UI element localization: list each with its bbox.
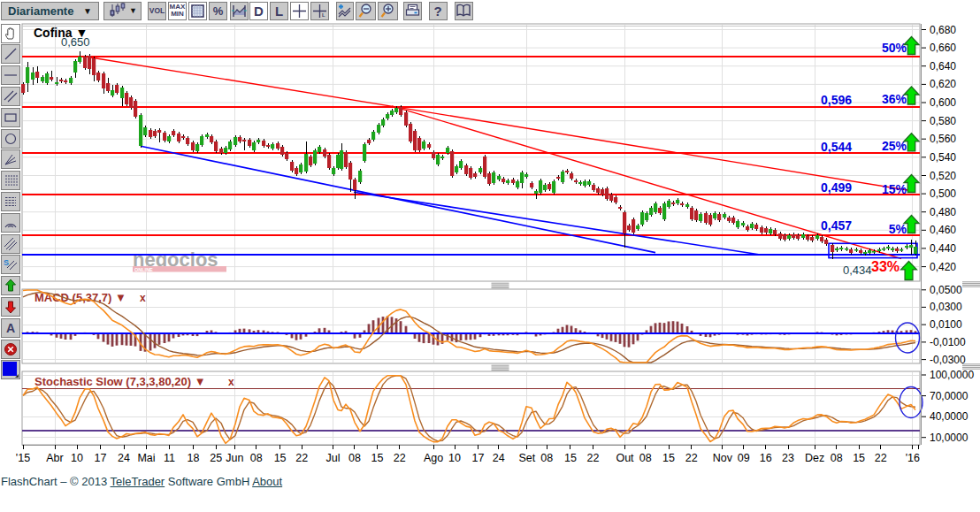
svg-text:0,500: 0,500 <box>930 187 956 200</box>
svg-text:25: 25 <box>210 452 222 464</box>
svg-text:08: 08 <box>831 452 843 464</box>
svg-text:0,680: 0,680 <box>930 24 956 36</box>
svg-text:09: 09 <box>738 452 750 464</box>
svg-text:x: x <box>228 376 234 388</box>
svg-text:33%: 33% <box>871 259 900 274</box>
svg-text:ONLINE: ONLINE <box>134 267 153 272</box>
svg-text:10: 10 <box>71 452 83 464</box>
svg-text:Jul: Jul <box>326 452 341 464</box>
svg-text:Abr: Abr <box>46 452 63 464</box>
svg-text:15: 15 <box>662 452 675 464</box>
svg-text:24: 24 <box>493 452 505 464</box>
svg-text:24: 24 <box>118 452 130 464</box>
svg-text:0,620: 0,620 <box>930 78 956 90</box>
svg-text:17: 17 <box>472 452 485 464</box>
svg-text:08: 08 <box>540 452 553 464</box>
svg-text:0,457: 0,457 <box>821 218 852 233</box>
svg-text:Out: Out <box>616 452 634 464</box>
svg-text:0,499: 0,499 <box>821 180 852 195</box>
svg-text:15: 15 <box>564 452 577 464</box>
svg-text:15%: 15% <box>882 182 907 196</box>
svg-text:0,540: 0,540 <box>930 151 956 164</box>
svg-text:25%: 25% <box>882 139 907 153</box>
svg-text:0,0100: 0,0100 <box>930 318 962 331</box>
svg-text:70,0000: 70,0000 <box>930 390 969 402</box>
svg-text:Set: Set <box>518 452 535 464</box>
svg-text:Nov: Nov <box>713 452 733 464</box>
svg-text:0,520: 0,520 <box>930 170 956 182</box>
svg-text:0,420: 0,420 <box>930 261 956 273</box>
svg-text:22: 22 <box>295 452 308 464</box>
svg-text:40,0000: 40,0000 <box>930 410 969 423</box>
svg-text:L: L <box>322 12 325 18</box>
svg-text:'16: '16 <box>906 452 920 464</box>
svg-text:'15: '15 <box>16 452 30 464</box>
svg-text:17: 17 <box>95 452 107 464</box>
svg-text:Dez: Dez <box>805 452 824 464</box>
svg-text:0,650: 0,650 <box>61 35 90 49</box>
svg-text:0,460: 0,460 <box>930 224 956 236</box>
svg-text:0,596: 0,596 <box>821 93 852 107</box>
svg-text:22: 22 <box>875 452 887 464</box>
svg-text:08: 08 <box>639 452 652 464</box>
svg-text:0,580: 0,580 <box>930 115 956 127</box>
svg-text:0,544: 0,544 <box>821 140 852 154</box>
svg-text:0,480: 0,480 <box>930 206 956 218</box>
svg-text:22: 22 <box>586 452 599 464</box>
svg-text:22: 22 <box>685 452 698 464</box>
svg-text:S: S <box>4 258 9 267</box>
svg-text:0,0300: 0,0300 <box>930 301 962 313</box>
svg-text:0,0500: 0,0500 <box>930 284 962 296</box>
svg-text:10: 10 <box>448 452 461 464</box>
svg-text:-0,0300: -0,0300 <box>930 354 966 366</box>
svg-text:100,0000: 100,0000 <box>930 369 974 381</box>
svg-text:08: 08 <box>250 452 263 464</box>
svg-text:0,660: 0,660 <box>930 42 956 54</box>
svg-text:-0,0100: -0,0100 <box>930 336 966 348</box>
svg-text:15: 15 <box>371 452 384 464</box>
svg-text:0,560: 0,560 <box>930 133 956 145</box>
svg-text:11: 11 <box>164 452 175 464</box>
svg-text:10,0000: 10,0000 <box>930 432 969 444</box>
svg-text:08: 08 <box>348 452 361 464</box>
svg-text:18: 18 <box>188 452 200 464</box>
svg-text:23: 23 <box>782 452 794 464</box>
svg-text:0,434: 0,434 <box>843 264 872 277</box>
svg-text:0,440: 0,440 <box>930 242 956 255</box>
svg-text:16: 16 <box>760 452 772 464</box>
svg-text:15: 15 <box>274 452 287 464</box>
svg-text:0,600: 0,600 <box>930 96 956 109</box>
svg-text:0,640: 0,640 <box>930 60 956 73</box>
svg-text:Ago: Ago <box>424 452 443 464</box>
svg-text:15: 15 <box>853 452 865 464</box>
svg-text:Jun: Jun <box>226 452 243 464</box>
svg-text:36%: 36% <box>882 92 907 106</box>
svg-text:50%: 50% <box>882 41 907 55</box>
svg-text:Mai: Mai <box>137 452 155 464</box>
svg-text:22: 22 <box>394 452 406 464</box>
svg-text:x: x <box>140 292 146 304</box>
svg-text:Stochastic Slow (7,3,3,80,20): Stochastic Slow (7,3,3,80,20) ▼ <box>34 375 206 388</box>
